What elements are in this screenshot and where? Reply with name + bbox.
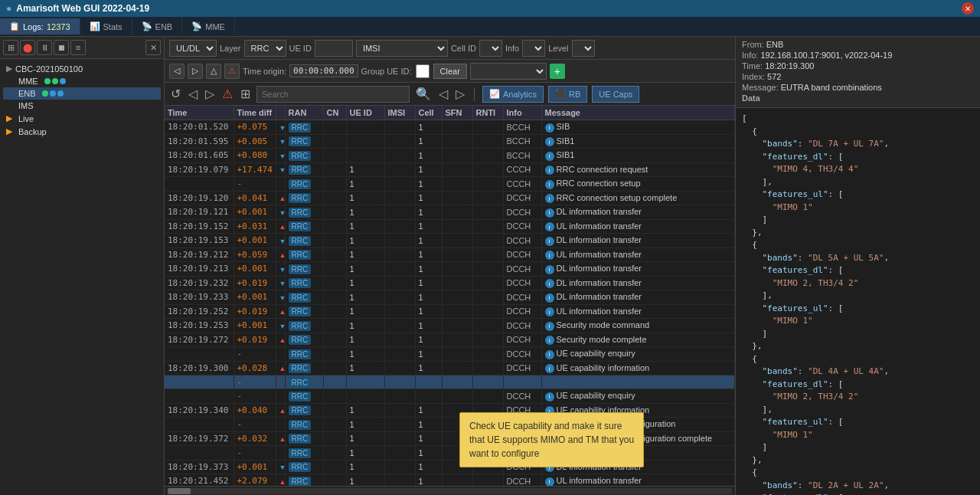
logs-count: 12373 [47,22,70,31]
cell-message: iDL information transfer [541,276,735,290]
tab-stats[interactable]: 📊 Stats [80,18,132,34]
table-row[interactable]: 18:20:19.079+17.474▼RRC11CCCHiRRC connec… [165,162,735,177]
table-row[interactable]: 18:20:19.232+0.019▼RRC11DCCHiDL informat… [165,276,735,290]
action-forward[interactable]: ▷ [204,85,216,103]
table-row[interactable]: -RRC11DCCHiRRC connection reconfiguratio… [165,418,735,432]
clear-button[interactable]: Clear [433,64,467,79]
cell-info: DCCH [503,347,541,362]
cell-cn [323,403,346,418]
toolbar-back[interactable]: ◁ [169,64,185,79]
table-row[interactable]: -RRC11DCCHiUE capability enquiry [165,347,735,362]
analytics-button[interactable]: 📈 Analytics [482,86,544,103]
cell-cell: 1 [415,219,442,234]
table-row[interactable]: 18:20:19.372+0.032▲RRC11DCCHiRRC connect… [165,431,735,446]
group-ue-checkbox[interactable] [415,64,430,78]
cell-rnti [472,205,503,220]
sidebar-tool-4[interactable]: ⏹ [54,40,69,55]
toolbar-fwd[interactable]: ▷ [188,64,203,79]
tab-enb[interactable]: 📡 ENB [132,18,183,34]
add-button[interactable]: + [550,64,565,79]
close-button[interactable]: ✕ [962,2,974,15]
cell-cn [323,460,346,474]
cell-cn [323,219,346,234]
tab-logs[interactable]: 📋 Logs: 12373 [0,18,80,34]
search-input[interactable] [256,86,410,103]
cell-rnti [472,319,503,333]
table-row[interactable]: 18:20:19.121+0.001▼RRC11DCCHiDL informat… [165,205,735,220]
tree-item-mme[interactable]: MME [3,75,161,87]
action-back[interactable]: ◁ [187,85,199,103]
horizontal-scrollbar[interactable] [168,488,732,494]
table-row[interactable]: 18:20:19.153+0.001▼RRC11DCCHiDL informat… [165,234,735,248]
tree-item-enb[interactable]: ENB [3,87,161,100]
sidebar-tool-5[interactable]: ≡ [70,40,86,55]
table-row[interactable]: -RRC11CCCHiRRC connection setup [165,177,735,192]
tree-item-backup[interactable]: ▶ Backup [3,125,161,138]
cell-timediff: +0.019 [234,333,276,347]
cell-cell: 1 [415,205,442,220]
bottom-scrollbar[interactable] [165,486,735,495]
toolbar-up[interactable]: △ [206,64,221,79]
ueid-input[interactable] [315,40,353,57]
table-row[interactable]: 18:20:19.253+0.001▼RRC11DCCHiSecurity mo… [165,319,735,333]
table-row[interactable]: 18:20:19.252+0.019▲RRC11DCCHiUL informat… [165,304,735,319]
col-imsi: IMSI [384,106,415,120]
toolbar-warn[interactable]: ⚠ [224,64,240,79]
cell-message: iRRC connection request [541,162,735,177]
table-row[interactable]: 18:20:19.373+0.001▼RRC11DCCHiDL informat… [165,460,735,474]
scrollbar-thumb[interactable] [168,488,191,494]
info-label: Info: [742,51,760,60]
logs-label: Logs: [23,22,44,31]
cell-cn [323,234,346,248]
log-table[interactable]: Time Time diff RAN CN UE ID IMSI Cell SF… [165,106,735,486]
info-select[interactable] [522,40,545,57]
sidebar-tool-2[interactable]: ⬤ [20,40,35,55]
action-next[interactable]: ▷ [454,85,466,103]
table-row[interactable]: 18:20:19.340+0.040▲RRC11DCCHiUE capabili… [165,403,735,418]
tree-item-cbc[interactable]: ▶ CBC-2021050100 [3,62,161,75]
cell-imsi [384,431,415,446]
titlebar: ● Amarisoft Web GUI 2022-04-19 ✕ [0,0,980,17]
imsi-select[interactable]: IMSI [356,40,448,57]
table-row[interactable]: 18:20:19.233+0.001▼RRC11DCCHiDL informat… [165,290,735,305]
table-row[interactable]: 18:20:19.212+0.059▲RRC11DCCHiUL informat… [165,248,735,262]
table-row[interactable]: 18:20:19.300+0.028▲RRC11DCCHiUE capabili… [165,361,735,375]
action-prev[interactable]: ◁ [437,85,449,103]
status-dot-green2 [52,78,58,84]
table-row[interactable]: 18:20:19.152+0.031▲RRC11DCCHiUL informat… [165,219,735,234]
table-row[interactable]: 18:20:19.213+0.001▼RRC11DCCHiDL informat… [165,262,735,277]
table-row[interactable]: -RRC [165,375,735,389]
table-row[interactable]: 18:20:01.605+0.080▼RRC1BCCHiSIB1 [165,149,735,163]
tree-item-live[interactable]: ▶ Live [3,112,161,125]
level-select[interactable] [572,40,595,57]
tree-item-ims[interactable]: IMS [3,100,161,112]
app-icon: ● [6,3,11,14]
cell-ueid: 1 [346,162,384,177]
cellid-select[interactable] [479,40,502,57]
table-row[interactable]: -RRC11DCCHiUL information transfer [165,446,735,461]
sidebar-tool-1[interactable]: ⊞ [3,40,18,55]
clear-select[interactable] [470,63,547,80]
rb-button[interactable]: ⬛ RB [548,86,587,103]
search-icon-btn[interactable]: 🔍 [414,85,433,103]
uldl-select[interactable]: UL/DLULDL [169,40,217,57]
col-info: Info [503,106,541,120]
action-warning[interactable]: ⚠ [220,85,234,103]
uecaps-button[interactable]: UE Caps [592,86,639,103]
sidebar-close[interactable]: ✕ [145,40,161,55]
table-row[interactable]: 18:20:19.120+0.041▲RRC11DCCHiRRC connect… [165,191,735,205]
layer-select[interactable]: RRCMACPHY [244,40,286,57]
tab-mme[interactable]: 📡 MME [182,18,235,34]
table-row[interactable]: 18:20:01.595+0.005▼RRC1BCCHiSIB1 [165,134,735,149]
action-filter[interactable]: ⊞ [239,85,252,103]
cell-ueid: 1 [346,361,384,375]
cell-info: DCCH [503,205,541,220]
cell-info: DCCH [503,319,541,333]
sidebar-tool-3[interactable]: ⏸ [37,40,52,55]
table-row[interactable]: -RRCDCCHiUE capability enquiry [165,389,735,404]
table-row[interactable]: 18:20:19.272+0.019▲RRC11DCCHiSecurity mo… [165,333,735,347]
action-refresh[interactable]: ↺ [169,85,182,103]
col-ueid: UE ID [346,106,384,120]
table-row[interactable]: 18:20:21.452+2.079▲RRC11DCCHiUL informat… [165,474,735,487]
table-row[interactable]: 18:20:01.520+0.075▼RRC1BCCHiSIB [165,120,735,135]
